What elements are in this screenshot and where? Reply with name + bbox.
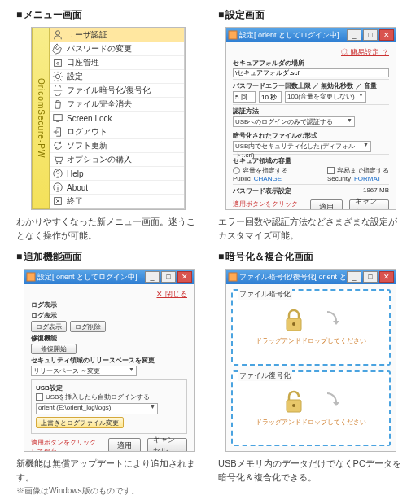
menu-item-user-auth[interactable]: ユーザ認証: [50, 28, 184, 42]
extra-screenshot: 設定[ orient としてログイン中] _ □ ✕ ✕ 閉じる ログ表示 ログ…: [24, 269, 195, 452]
menu-title: メニュー画面: [16, 8, 202, 22]
window-title: 設定[ orient としてログイン中]: [37, 272, 143, 283]
log-view-button[interactable]: ログ表示: [31, 321, 67, 332]
arrow-cycle-icon: [316, 391, 339, 414]
enc-select[interactable]: USB内でセキュリティ化した(ディフォルト:.cri): [233, 141, 371, 152]
extra-subcaption: ※画像はWindows版のものです。: [16, 485, 202, 497]
menu-item-encrypt[interactable]: ファイル暗号化/復号化: [50, 84, 184, 98]
maximize-button[interactable]: □: [363, 29, 378, 41]
menu-item-label: パスワードの変更: [67, 43, 132, 55]
menu-item-update[interactable]: ソフト更新: [50, 139, 184, 153]
arrow-cycle-icon: [316, 309, 339, 332]
log-label: ログ表示: [31, 300, 187, 309]
close-link[interactable]: ✕ 閉じる: [31, 289, 187, 300]
usb-overwrite-button[interactable]: 上書きとログファイル変更: [36, 417, 124, 428]
menu-screenshot: OricomSecure-PW ユーザ認証 パスワードの変更 口座管理 設定 フ…: [31, 27, 186, 210]
menu-caption: わかりやすくなった新メニュー画面。迷うことなく操作が可能。: [16, 215, 202, 242]
cancel-button[interactable]: キャンセル: [349, 199, 389, 210]
maximize-button[interactable]: □: [161, 271, 176, 283]
svg-point-2: [57, 63, 59, 65]
extra-caption: 新機能は無償アップデートにより追加されます。: [16, 457, 202, 484]
svg-point-3: [55, 74, 59, 78]
secdom-label: セキュア領域の容量: [233, 156, 389, 165]
crypto-section: 暗号化＆複合化画面 ファイル暗号化/復号化[ orient としてログ… _ □…: [218, 250, 404, 497]
menu-item-help[interactable]: Help: [50, 167, 184, 181]
restore-label: 修復機能: [31, 334, 187, 343]
svg-point-0: [55, 31, 59, 35]
pwdisp-label: パスワード表示設定: [233, 186, 291, 195]
menu-item-label: ファイル完全消去: [67, 99, 132, 110]
settings-caption: エラー回数や認証方法などさまざまな設定がカスタマイズ可能。: [218, 215, 404, 242]
encrypt-dropzone[interactable]: ファイル暗号化 ドラッグアンドドロップしてください: [231, 289, 391, 366]
svg-point-6: [60, 163, 62, 164]
change-link[interactable]: CHANGE: [254, 175, 282, 182]
cancel-button[interactable]: キャンセル: [147, 438, 187, 452]
restore-button[interactable]: 修復開始: [31, 344, 77, 354]
menu-item-settings[interactable]: 設定: [50, 70, 184, 84]
decrypt-hint: ドラッグアンドドロップしてください: [256, 418, 366, 427]
menu-item-logout[interactable]: ログアウト: [50, 125, 184, 139]
retry-input[interactable]: [233, 91, 256, 103]
secure-folder-label: セキュアフォルダの場所: [233, 59, 389, 68]
minimize-button[interactable]: _: [347, 29, 361, 41]
lock-closed-icon: [283, 309, 304, 333]
app-icon: [228, 30, 238, 40]
minimize-button[interactable]: _: [145, 271, 160, 283]
sidebar-tab[interactable]: OricomSecure-PW: [32, 28, 50, 209]
volume-select[interactable]: 100(音量を変更しない): [285, 91, 366, 103]
close-button[interactable]: ✕: [177, 271, 192, 283]
crypto-screenshot: ファイル暗号化/復号化[ orient としてログ… _ □ ✕ ファイル暗号化: [225, 269, 396, 452]
usb-autologin-check[interactable]: USBを挿入したら自動ログインする: [36, 392, 182, 401]
encrypt-hint: ドラッグアンドドロップしてください: [256, 336, 366, 345]
apply-button[interactable]: 適用: [108, 438, 141, 452]
menu-item-erase[interactable]: ファイル完全消去: [50, 98, 184, 112]
crypto-caption: USBメモリ内のデータだけでなくPCデータを暗号化＆複合化できる。: [218, 457, 404, 484]
menu-item-label: 口座管理: [67, 57, 99, 68]
extra-section: 追加機能画面 設定[ orient としてログイン中] _ □ ✕ ✕ 閉じる …: [16, 250, 202, 497]
menu-item-label: ユーザ認証: [67, 29, 107, 41]
footer-note: 適用ボタンをクリックして保存: [233, 199, 304, 210]
titlebar[interactable]: ファイル暗号化/復号化[ orient としてログ… _ □ ✕: [226, 270, 396, 284]
menu-item-purchase[interactable]: オプションの購入: [50, 153, 184, 167]
menu-item-about[interactable]: About: [50, 181, 184, 195]
crypto-title: 暗号化＆複合化画面: [218, 250, 404, 264]
menu-item-label: ログアウト: [67, 126, 107, 138]
menu-list: ユーザ認証 パスワードの変更 口座管理 設定 ファイル暗号化/復号化 ファイル完…: [50, 28, 185, 209]
easy-capacity-check[interactable]: 容易まで指定する: [327, 166, 389, 175]
apply-button[interactable]: 適用: [310, 199, 343, 210]
simple-settings-link[interactable]: ◎ 簡易設定 ？: [233, 47, 389, 58]
log-sublabel: ログ表示: [31, 311, 187, 320]
titlebar[interactable]: 設定[ orient としてログイン中] _ □ ✕: [226, 28, 396, 42]
usb-path-select[interactable]: orient (E:\orient_log\logs): [36, 403, 158, 414]
settings-section: 設定画面 設定[ orient としてログイン中] _ □ ✕ ◎ 簡易設定 ？…: [218, 8, 404, 242]
usb-group: USB設定 USBを挿入したら自動ログインする orient (E:\orien…: [31, 379, 187, 434]
capacity-radio[interactable]: 容量を指定する: [233, 166, 288, 175]
settings-screenshot: 設定[ orient としてログイン中] _ □ ✕ ◎ 簡易設定 ？ セキュア…: [225, 27, 396, 210]
menu-item-label: About: [67, 183, 88, 192]
menu-item-account[interactable]: 口座管理: [50, 56, 184, 70]
menu-item-exit[interactable]: 終了: [50, 195, 184, 208]
close-button[interactable]: ✕: [379, 271, 394, 283]
secure-folder-input[interactable]: [233, 68, 389, 77]
menu-item-label: ファイル暗号化/復号化: [67, 85, 151, 96]
menu-item-screenlock[interactable]: Screen Lock: [50, 112, 184, 125]
log-delete-button[interactable]: ログ削除: [70, 321, 106, 332]
svg-point-16: [292, 404, 295, 407]
app-icon: [26, 272, 36, 282]
pwdisp-value: 1867 MB: [363, 186, 389, 195]
menu-item-label: オプションの購入: [67, 154, 132, 165]
decrypt-dropzone[interactable]: ファイル復号化 ドラッグアンドドロップしてください: [231, 370, 391, 447]
format-link[interactable]: FORMAT: [354, 175, 381, 182]
close-button[interactable]: ✕: [379, 29, 394, 41]
enc-label: 暗号化されたファイルの形式: [233, 131, 389, 140]
usb-label: USB設定: [36, 383, 182, 392]
svg-point-5: [56, 163, 58, 164]
minimize-button[interactable]: _: [347, 271, 361, 283]
svg-rect-12: [229, 273, 237, 281]
release-select[interactable]: リリースペース ～変更: [31, 366, 137, 376]
maximize-button[interactable]: □: [363, 271, 378, 283]
auth-select[interactable]: USBへのログインのみで認証する: [233, 116, 355, 127]
titlebar[interactable]: 設定[ orient としてログイン中] _ □ ✕: [24, 270, 194, 284]
menu-item-change-password[interactable]: パスワードの変更: [50, 42, 184, 56]
timeout-input[interactable]: [259, 91, 282, 103]
